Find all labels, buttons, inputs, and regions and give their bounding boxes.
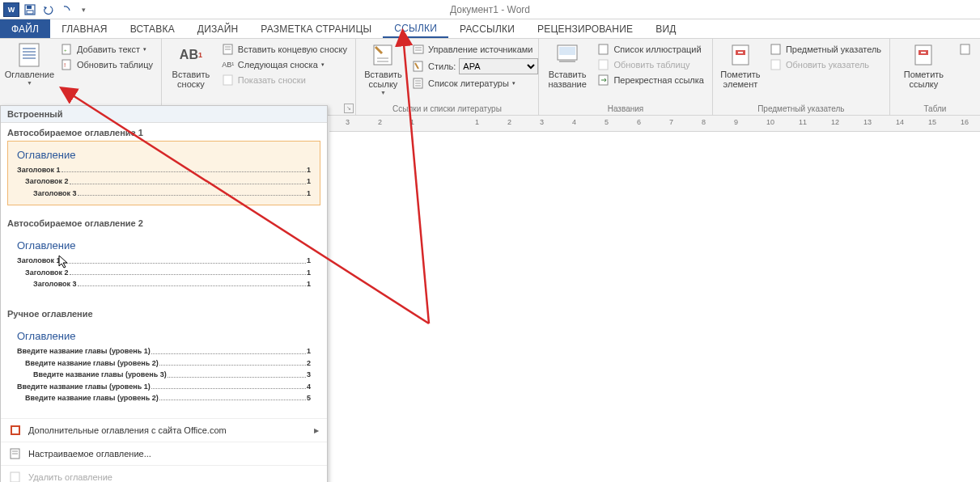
save-icon[interactable] [23,2,37,17]
update-index-button[interactable]: Обновить указатель [766,57,885,72]
cursor-icon [58,255,70,269]
toc-gallery-preview[interactable]: ОглавлениеЗаголовок 11Заголовок 21Заголо… [7,231,320,296]
toa-group-label: Табли [895,103,975,113]
more-toc-online[interactable]: Дополнительные оглавления с сайта Office… [1,418,327,442]
toc-button[interactable]: Оглавление ▼ [5,40,54,112]
next-footnote-label: Следующая сноска [238,60,318,70]
footnote-icon: AB1 [178,42,204,68]
group-citations: Вставить ссылку ▼ Управление источниками… [356,39,539,115]
toa-icon [959,43,972,56]
insert-endnote-button[interactable]: Вставить концевую сноску [218,42,350,57]
show-notes-label: Показать сноски [238,75,306,85]
ruler-tick: 8 [702,118,706,126]
next-footnote-button[interactable]: AB¹ Следующая сноска ▾ [218,57,350,72]
mark-citation-label: Пометить ссылку [897,70,951,89]
ruler-tick: 15 [928,118,936,126]
tab-design[interactable]: ДИЗАЙН [186,19,250,38]
mark-citation-icon [910,42,936,68]
mark-citation-button[interactable]: Пометить ссылку [895,40,952,103]
insert-index-button[interactable]: Предметный указатель [766,42,885,57]
toc-row-leader [78,275,306,286]
toc-row-leader [159,354,306,366]
svg-rect-40 [921,52,926,53]
tab-mailings[interactable]: РАССЫЛКИ [448,19,526,38]
ruler-tick: 6 [637,118,641,126]
add-text-button[interactable]: + Добавить текст ▾ [57,42,156,57]
svg-rect-41 [961,44,969,54]
manage-sources-button[interactable]: Управление источниками [409,42,541,57]
quick-access-toolbar: W ▾ [0,2,91,17]
toa-extra-icon[interactable] [956,42,975,57]
tab-references[interactable]: ССЫЛКИ [383,19,448,38]
ruler-tick: 3 [346,118,350,126]
workspace: 32112345678910111213141516 [329,116,980,482]
toc-gallery-preview[interactable]: ОглавлениеВведите название главы (уровен… [7,322,320,410]
toc-gallery-title: Автособираемое оглавление 1 [1,123,327,141]
ruler-tick: 14 [896,118,904,126]
update-toc-button[interactable]: ! Обновить таблицу [57,57,156,72]
toc-gallery-preview[interactable]: ОглавлениеЗаголовок 11Заголовок 21Заголо… [7,141,320,205]
toc-row-leader [151,342,306,353]
toc-row-label: Введите название главы (уровень 2) [17,392,159,404]
toc-row-page: 1 [307,267,311,278]
redo-icon[interactable] [58,2,73,17]
tab-insert[interactable]: ВСТАВКА [119,19,186,38]
list-figures-label: Список иллюстраций [613,44,701,54]
tab-file[interactable]: ФАЙЛ [0,19,50,38]
chevron-down-icon: ▾ [321,61,325,68]
svg-rect-31 [599,60,608,70]
manage-sources-icon [412,43,425,56]
svg-rect-35 [738,52,743,53]
svg-text:!: ! [64,61,66,69]
mark-entry-button[interactable]: Пометить элемент [718,40,763,103]
svg-rect-36 [771,44,780,54]
footnotes-dialog-launcher[interactable]: ↘ [344,104,354,113]
custom-toc[interactable]: Настраиваемое оглавление... [1,442,327,465]
next-footnote-icon: AB¹ [222,58,235,71]
word-logo-icon: W [3,2,19,17]
horizontal-ruler[interactable]: 32112345678910111213141516 [329,116,980,132]
window-title: Документ1 - Word [450,4,530,15]
undo-icon[interactable] [40,2,55,17]
toc-row-label: Заголовок 3 [17,278,77,290]
add-text-icon: + [61,43,74,56]
citation-icon [371,42,397,68]
update-captions-button[interactable]: Обновить таблицу [594,57,707,72]
ruler-tick: 13 [863,118,872,126]
tab-page-layout[interactable]: РАЗМЕТКА СТРАНИЦЫ [249,19,383,38]
toc-row-leader [70,264,306,275]
show-notes-button[interactable]: Показать сноски [218,73,350,87]
insert-footnote-button[interactable]: AB1 Вставить сноску [167,40,215,103]
toc-preview-title: Оглавление [17,239,311,252]
toc-row-label: Введите название главы (уровень 3) [17,369,167,380]
tab-home[interactable]: ГЛАВНАЯ [50,19,118,38]
tab-review[interactable]: РЕЦЕНЗИРОВАНИЕ [526,19,644,38]
titlebar: W ▾ Документ1 - Word [0,0,980,19]
svg-text:+: + [64,48,67,53]
toc-row-page: 1 [307,164,311,175]
style-icon [412,60,425,73]
insert-caption-button[interactable]: Вставить название [544,40,591,103]
bibliography-button[interactable]: Список литературы ▾ [409,76,541,91]
list-figures-button[interactable]: Список иллюстраций [594,42,707,57]
ruler-tick: 2 [378,118,382,126]
toc-dropdown: Встроенный Автособираемое оглавление 1Ог… [0,105,328,482]
add-text-label: Добавить текст [77,44,140,54]
insert-citation-label: Вставить ссылку [363,70,404,89]
cross-reference-button[interactable]: Перекрестная ссылка [594,73,707,87]
toc-label: Оглавление [5,70,54,79]
insert-citation-button[interactable]: Вставить ссылку ▼ [361,40,405,103]
citation-style-select[interactable]: APA [459,58,538,74]
toc-row-label: Введите название главы (уровень 1) [17,345,151,357]
bibliography-icon [412,77,425,90]
qat-customize-icon[interactable]: ▾ [76,2,91,17]
tab-view[interactable]: ВИД [644,19,687,38]
document-page[interactable] [329,132,980,480]
remove-toc[interactable]: Удалить оглавление [1,465,327,482]
ribbon-tabs: ФАЙЛ ГЛАВНАЯ ВСТАВКА ДИЗАЙН РАЗМЕТКА СТР… [0,19,980,39]
toc-row-page: 5 [307,392,311,404]
custom-toc-label: Настраиваемое оглавление... [28,449,151,459]
toc-row-label: Введите название главы (уровень 1) [17,381,151,392]
update-icon: ! [61,58,74,71]
group-captions: Вставить название Список иллюстраций Обн… [539,39,713,115]
